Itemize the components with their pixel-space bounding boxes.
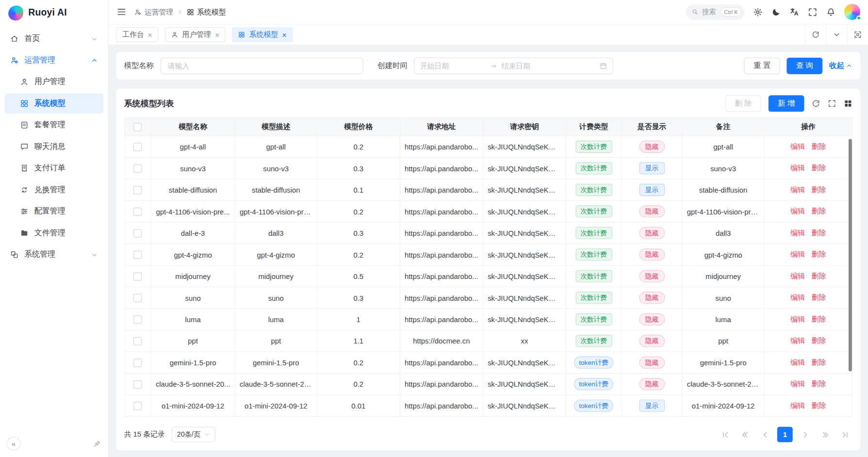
delete-link[interactable]: 删除 [812,380,826,388]
sidebar-section-system-management[interactable]: 系统管理 [4,245,103,264]
column-settings-icon[interactable] [844,99,852,108]
collapse-filter-link[interactable]: 收起 [829,61,852,71]
breadcrumb-item-operations-management[interactable]: 运营管理 [134,7,173,17]
row-checkbox[interactable] [133,250,142,259]
content-fullscreen-button[interactable] [847,24,868,45]
delete-link[interactable]: 删除 [812,207,826,215]
fast-next-button[interactable] [817,427,833,442]
select-all-checkbox[interactable] [133,123,142,131]
sidebar-item-system-model[interactable]: 系统模型 [4,94,103,114]
edit-link[interactable]: 编辑 [790,164,805,172]
edit-link[interactable]: 编辑 [790,337,805,345]
row-checkbox[interactable] [133,164,142,172]
model-name-input[interactable] [161,58,363,74]
edit-link[interactable]: 编辑 [790,207,805,215]
search-input[interactable]: 搜索 Ctrl K [686,4,745,20]
tab-close-icon[interactable]: × [282,31,286,38]
tab-system-model[interactable]: 系统模型× [232,27,293,42]
start-date-input[interactable] [420,62,486,70]
add-button[interactable]: 新 增 [769,95,804,112]
panel-header: 系统模型列表 删 除 新 增 [124,95,852,112]
edit-link[interactable]: 编辑 [790,250,805,259]
refresh-icon[interactable] [812,99,820,108]
prev-page-button[interactable] [757,427,773,442]
edit-link[interactable]: 编辑 [790,401,805,409]
fullscreen-icon[interactable] [808,7,818,17]
edit-link[interactable]: 编辑 [790,185,805,194]
tab-user-management[interactable]: 用户管理× [165,27,226,42]
row-checkbox[interactable] [133,207,142,215]
date-range-picker[interactable] [414,58,613,74]
next-page-button[interactable] [797,427,813,442]
tab-close-icon[interactable]: × [215,31,219,38]
edit-link[interactable]: 编辑 [790,380,805,388]
row-checkbox[interactable] [133,380,142,388]
row-checkbox[interactable] [133,229,142,237]
bell-icon[interactable] [826,7,836,17]
edit-link[interactable]: 编辑 [790,228,805,237]
sidebar-item-package-management[interactable]: 套餐管理 [4,115,103,135]
delete-link[interactable]: 删除 [812,337,826,345]
delete-link[interactable]: 删除 [812,272,826,280]
tab-refresh-button[interactable] [805,24,826,45]
sidebar-section-operations-management[interactable]: 运营管理 [4,50,103,70]
sidebar-section-home[interactable]: 首页 [4,29,103,49]
delete-button[interactable]: 删 除 [725,95,761,112]
last-page-button[interactable] [837,427,852,442]
row-checkbox[interactable] [133,294,142,302]
cell-visibility: 隐藏 [622,265,682,287]
avatar[interactable] [844,4,860,20]
delete-link[interactable]: 删除 [812,315,826,323]
row-checkbox[interactable] [133,337,142,345]
cell-name: suno-v3 [151,158,235,179]
first-page-button[interactable] [718,427,733,442]
row-checkbox[interactable] [133,143,142,151]
moon-icon[interactable] [771,7,781,17]
fast-prev-button[interactable] [737,427,753,442]
delete-link[interactable]: 删除 [812,142,826,150]
tab-close-icon[interactable]: × [148,31,152,38]
edit-link[interactable]: 编辑 [790,358,805,366]
row-checkbox[interactable] [133,186,142,194]
brand[interactable]: Ruoyi AI [0,0,108,25]
end-date-input[interactable] [502,62,567,70]
delete-link[interactable]: 删除 [812,164,826,172]
hamburger-icon[interactable] [116,7,127,17]
delete-link[interactable]: 删除 [812,358,826,366]
system-model-table: 模型名称模型描述模型价格请求地址请求密钥计费类型是否显示备注操作 gpt-4-a… [124,117,852,417]
pin-icon[interactable] [93,439,101,447]
scrollbar-thumb[interactable] [849,139,852,371]
delete-link[interactable]: 删除 [812,185,826,194]
sidebar-item-user-management[interactable]: 用户管理 [4,72,103,92]
delete-link[interactable]: 删除 [812,228,826,237]
page-number-button[interactable]: 1 [777,427,793,442]
breadcrumb-item-system-model[interactable]: 系统模型 [186,7,226,17]
sidebar-item-chat-messages[interactable]: 聊天消息 [4,137,103,157]
delete-link[interactable]: 删除 [812,294,826,302]
tab-workbench[interactable]: 工作台× [116,27,159,42]
sidebar-item-config-management[interactable]: 配置管理 [4,201,103,221]
edit-link[interactable]: 编辑 [790,142,805,150]
row-checkbox[interactable] [133,272,142,280]
edit-link[interactable]: 编辑 [790,315,805,323]
translate-icon[interactable] [789,7,800,17]
cell-url: https://api.pandarobo... [400,395,483,416]
edit-link[interactable]: 编辑 [790,294,805,302]
edit-link[interactable]: 编辑 [790,272,805,280]
row-checkbox[interactable] [133,359,142,367]
gear-icon[interactable] [753,7,763,17]
tab-menu-button[interactable] [826,24,847,45]
sidebar-item-file-management[interactable]: 文件管理 [4,223,103,243]
sidebar-item-exchange-management[interactable]: 兑换管理 [4,180,103,200]
delete-link[interactable]: 删除 [812,401,826,409]
expand-icon[interactable] [828,99,836,108]
sidebar-collapse-button[interactable]: « [7,437,21,451]
page-size-select[interactable]: 20条/页 [171,427,215,442]
row-checkbox[interactable] [133,402,142,410]
search-icon [691,8,699,16]
query-button[interactable]: 查 询 [786,58,822,74]
row-checkbox[interactable] [133,315,142,324]
reset-button[interactable]: 重 置 [744,58,780,74]
sidebar-item-payment-orders[interactable]: 支付订单 [4,158,103,178]
delete-link[interactable]: 删除 [812,250,826,259]
